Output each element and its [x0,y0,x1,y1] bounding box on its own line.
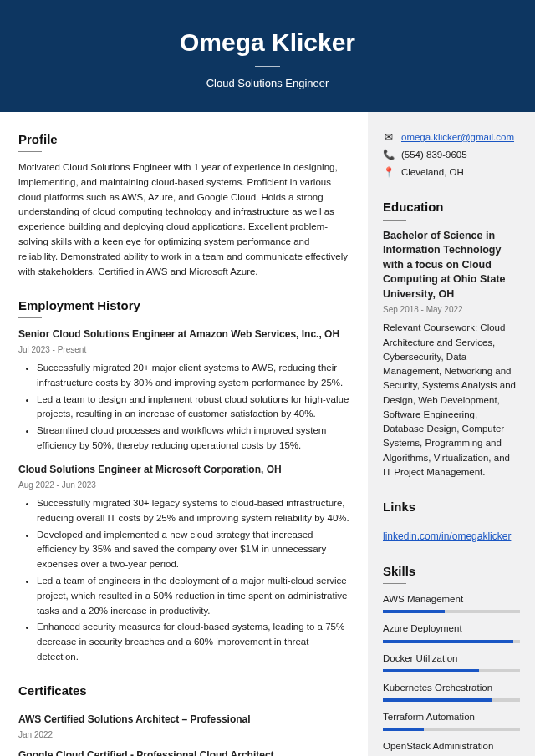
section-rule [18,151,42,152]
profile-section: Profile Motivated Cloud Solutions Engine… [18,130,351,280]
header: Omega Klicker Cloud Solutions Engineer [0,0,535,112]
skill-name: Kubernetes Orchestration [383,681,520,695]
job-bullet: Led a team of engineers in the deploymen… [37,574,351,618]
links-heading: Links [383,498,520,517]
location-icon: 📍 [383,165,395,180]
job-bullet: Enhanced security measures for cloud-bas… [37,620,351,664]
job-bullet: Developed and implemented a new cloud st… [37,528,351,572]
profile-text: Motivated Cloud Solutions Engineer with … [18,160,351,280]
phone-icon: 📞 [383,148,395,162]
skill-name: OpenStack Administration [383,739,520,753]
contact-email-row: ✉ omega.klicker@gmail.com [383,130,520,145]
skill-name: Azure Deployment [383,622,520,636]
education-heading: Education [383,198,520,217]
skill-fill [383,698,492,702]
person-name: Omega Klicker [17,23,518,61]
skill-item: OpenStack Administration [383,739,520,756]
section-rule [383,520,406,520]
skill-fill [383,640,513,643]
cert-title: AWS Certified Solutions Architect – Prof… [18,712,351,727]
job-bullet: Streamlined cloud processes and workflow… [37,424,351,454]
cert-date: Jan 2022 [18,728,351,741]
job-bullets: Successfully migrated 30+ legacy systems… [18,496,351,665]
contact-location-row: 📍 Cleveland, OH [383,165,520,180]
skill-fill [383,728,424,731]
email-icon: ✉ [383,130,395,145]
skill-fill [383,610,445,613]
employment-heading: Employment History [18,297,351,316]
skill-name: AWS Management [383,592,520,606]
skill-bar [383,698,520,702]
section-rule [383,220,406,221]
job-bullets: Successfully migrated 20+ major client s… [18,361,351,454]
profile-heading: Profile [18,130,351,150]
education-text: Relevant Coursework: Cloud Architecture … [383,321,520,479]
contact-phone: (554) 839-9605 [401,148,467,162]
education-section: Education Bachelor of Science in Informa… [383,198,520,479]
skill-bar [383,728,520,731]
skills-heading: Skills [383,562,520,581]
skill-bar [383,640,520,643]
resume-page: Omega Klicker Cloud Solutions Engineer P… [0,0,535,756]
section-rule [18,703,42,703]
skill-fill [383,669,479,672]
job-dates: Aug 2022 - Jun 2023 [18,479,351,491]
contact-email-link[interactable]: omega.klicker@gmail.com [401,130,514,145]
skill-item: AWS Management [383,592,520,613]
job-bullet: Successfully migrated 30+ legacy systems… [37,496,351,526]
links-section: Links linkedin.com/in/omegaklicker [383,498,520,544]
contact-phone-row: 📞 (554) 839-9605 [383,148,520,162]
skill-name: Terraform Automation [383,710,520,724]
job-title: Cloud Solutions Engineer at Microsoft Co… [18,462,351,477]
education-dates: Sep 2018 - May 2022 [383,303,520,316]
skill-name: Docker Utilization [383,652,520,666]
skill-bar [383,610,520,613]
header-underline [255,66,280,67]
skill-item: Terraform Automation [383,710,520,731]
skill-item: Docker Utilization [383,652,520,672]
linkedin-link[interactable]: linkedin.com/in/omegaklicker [383,530,511,542]
skill-bar [383,669,520,672]
body-columns: Profile Motivated Cloud Solutions Engine… [0,112,535,757]
section-rule [18,317,42,318]
certificates-section: Certificates AWS Certified Solutions Arc… [18,682,351,756]
cert-title: Google Cloud Certified - Professional Cl… [18,748,351,756]
education-title: Bachelor of Science in Information Techn… [383,229,520,302]
skills-section: Skills AWS ManagementAzure DeploymentDoc… [383,562,520,757]
skill-item: Azure Deployment [383,622,520,642]
employment-section: Employment History Senior Cloud Solution… [18,297,351,665]
side-column: ✉ omega.klicker@gmail.com 📞 (554) 839-96… [368,112,535,757]
skill-item: Kubernetes Orchestration [383,681,520,702]
person-title: Cloud Solutions Engineer [17,75,518,92]
contact-location: Cleveland, OH [401,165,464,180]
certificates-heading: Certificates [18,682,351,701]
section-rule [383,583,406,584]
job-title: Senior Cloud Solutions Engineer at Amazo… [18,327,351,342]
job-dates: Jul 2023 - Present [18,343,351,356]
main-column: Profile Motivated Cloud Solutions Engine… [0,112,368,757]
contact-section: ✉ omega.klicker@gmail.com 📞 (554) 839-96… [383,130,520,180]
job-bullet: Led a team to design and implement robus… [37,393,351,423]
job-bullet: Successfully migrated 20+ major client s… [37,361,351,391]
